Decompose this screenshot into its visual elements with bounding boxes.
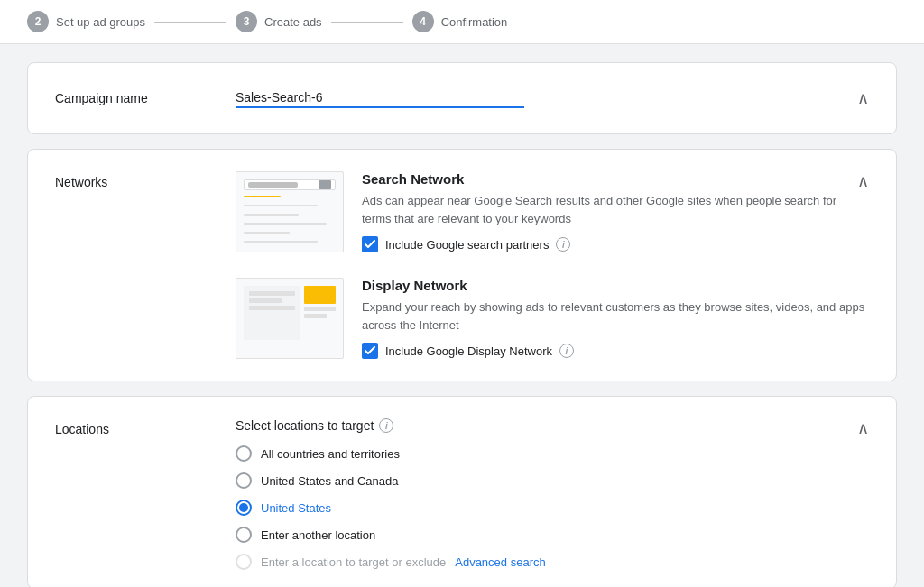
select-locations-label: Select locations to target i — [236, 418, 869, 433]
display-network-desc: Expand your reach by showing ads to rele… — [362, 298, 869, 334]
advanced-search-link[interactable]: Advanced search — [455, 555, 545, 569]
radio-us-canada[interactable]: United States and Canada — [236, 472, 869, 489]
disp-line-2 — [249, 298, 282, 303]
radio-us-btn[interactable] — [236, 500, 252, 516]
display-network-label: Include Google Display Network — [385, 344, 552, 358]
search-bar-thumb — [244, 179, 336, 190]
step-3-circle: 3 — [236, 11, 257, 32]
locations-row: Locations Select locations to target i A… — [28, 397, 896, 587]
locations-card: Locations Select locations to target i A… — [27, 396, 897, 587]
radio-all-countries[interactable]: All countries and territories — [236, 445, 869, 462]
radio-enter-location-btn[interactable] — [236, 554, 252, 570]
search-network-title: Search Network — [362, 171, 869, 187]
search-network-item: Search Network Ads can appear near Googl… — [236, 171, 869, 252]
campaign-name-collapse-icon[interactable]: ∧ — [857, 88, 869, 108]
display-network-info: Display Network Expand your reach by sho… — [362, 278, 869, 359]
networks-row: Networks — [28, 150, 896, 381]
campaign-name-card: Campaign name ∧ — [27, 62, 897, 134]
disp-top-row — [244, 286, 336, 340]
locations-collapse-icon[interactable]: ∧ — [857, 418, 869, 438]
search-partners-label: Include Google search partners — [385, 238, 549, 252]
radio-all-countries-label: All countries and territories — [261, 447, 400, 461]
search-network-thumbnail — [236, 171, 344, 252]
disp-side-block — [304, 286, 336, 340]
campaign-name-input-wrap — [236, 88, 857, 108]
display-network-item: Display Network Expand your reach by sho… — [236, 278, 869, 359]
disp-ad-block — [304, 286, 336, 304]
disp-line-1 — [249, 291, 295, 296]
stepper: 2 Set up ad groups 3 Create ads 4 Confir… — [0, 0, 924, 44]
step-connector-2 — [331, 22, 403, 23]
select-locations-text: Select locations to target — [236, 418, 374, 433]
networks-content: Search Network Ads can appear near Googl… — [236, 171, 869, 359]
networks-collapse-icon[interactable]: ∧ — [857, 171, 869, 191]
radio-another-location-btn[interactable] — [236, 527, 252, 543]
disp-main-block — [244, 286, 300, 340]
display-network-thumbnail — [236, 278, 344, 359]
result-line-5 — [244, 232, 290, 234]
step-4-circle: 4 — [412, 11, 434, 32]
networks-label: Networks — [55, 171, 236, 189]
locations-content: Select locations to target i All countri… — [236, 418, 869, 570]
locations-help-icon[interactable]: i — [379, 418, 393, 433]
result-line-6 — [244, 241, 318, 243]
display-network-title: Display Network — [362, 278, 869, 293]
radio-another-location[interactable]: Enter another location — [236, 527, 869, 543]
search-bar-btn — [319, 180, 331, 189]
result-line-4 — [244, 223, 327, 225]
enter-location-placeholder: Enter a location to target or exclude — [261, 555, 446, 569]
campaign-name-row: Campaign name ∧ — [28, 63, 896, 133]
step-2: 2 Set up ad groups — [27, 11, 145, 32]
radio-us-label: United States — [261, 501, 331, 515]
step-3: 3 Create ads — [236, 11, 322, 32]
main-content: Campaign name ∧ Networks — [0, 44, 924, 587]
campaign-name-label: Campaign name — [55, 91, 236, 105]
locations-label: Locations — [55, 418, 236, 570]
search-partners-checkbox[interactable] — [362, 236, 378, 252]
radio-us-canada-btn[interactable] — [236, 472, 252, 489]
enter-location-row: Enter a location to target or exclude Ad… — [236, 554, 869, 570]
networks-card: Networks — [27, 149, 897, 381]
disp-line-3 — [249, 306, 295, 310]
radio-all-countries-btn[interactable] — [236, 445, 252, 462]
display-network-checkbox[interactable] — [362, 343, 378, 359]
search-bar-inner — [248, 182, 298, 188]
step-connector-1 — [154, 22, 226, 23]
search-network-checkbox-row: Include Google search partners i — [362, 236, 869, 252]
search-network-info: Search Network Ads can appear near Googl… — [362, 171, 869, 252]
display-network-checkbox-row: Include Google Display Network i — [362, 343, 869, 359]
search-network-desc: Ads can appear near Google Search result… — [362, 192, 869, 227]
radio-us[interactable]: United States — [236, 500, 869, 516]
search-partners-help-icon[interactable]: i — [556, 237, 570, 252]
disp-side-line-2 — [304, 314, 326, 318]
radio-us-canada-label: United States and Canada — [261, 474, 399, 488]
disp-side-line-1 — [304, 307, 336, 311]
result-line-1 — [244, 196, 281, 197]
step-4-label: Confirmation — [441, 15, 508, 29]
step-2-circle: 2 — [27, 11, 49, 32]
radio-us-inner — [239, 503, 248, 512]
step-2-label: Set up ad groups — [56, 15, 145, 29]
step-4: 4 Confirmation — [412, 11, 508, 32]
display-network-help-icon[interactable]: i — [559, 344, 574, 358]
campaign-name-input[interactable] — [236, 88, 524, 108]
result-line-3 — [244, 214, 299, 216]
step-3-label: Create ads — [264, 15, 322, 29]
radio-another-location-label: Enter another location — [261, 528, 375, 542]
result-line-2 — [244, 205, 318, 206]
